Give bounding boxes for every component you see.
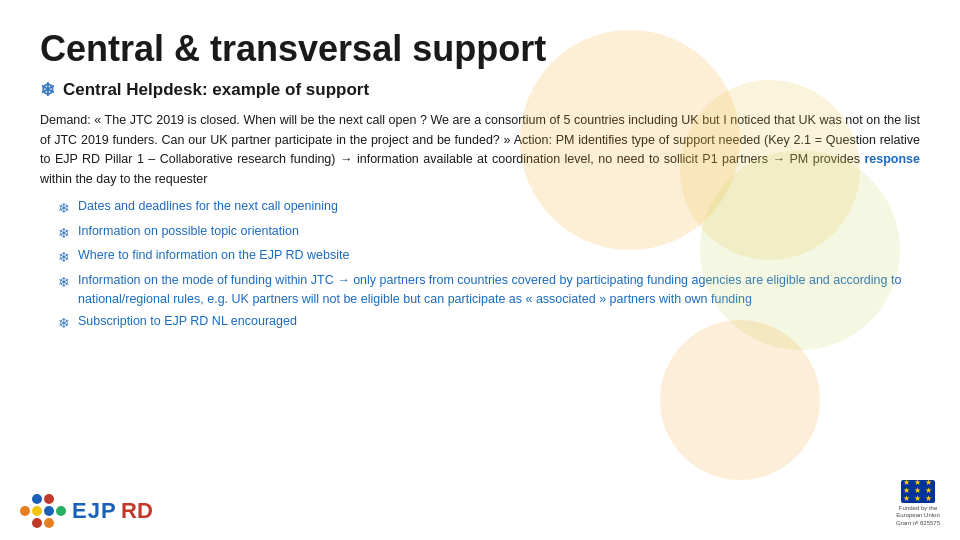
ejp-text: EJP xyxy=(72,498,117,523)
list-item-text: Dates and deadlines for the next call op… xyxy=(78,197,920,216)
rd-text: RD xyxy=(121,498,153,523)
dot xyxy=(20,506,30,516)
body-paragraph-text: Demand: « The JTC 2019 is closed. When w… xyxy=(40,113,920,166)
bullet-icon: ❄ xyxy=(58,247,70,269)
list-item-text: Where to find information on the EJP RD … xyxy=(78,246,920,265)
bullet-icon: ❄ xyxy=(58,223,70,245)
section-heading-text: Central Helpdesk: example of support xyxy=(63,80,369,100)
section-heading: ❄ Central Helpdesk: example of support xyxy=(40,79,920,101)
bullet-icon: ❄ xyxy=(58,272,70,294)
dot xyxy=(56,518,66,528)
page-container: Central & transversal support ❄ Central … xyxy=(0,0,960,540)
ejp-rd-logo: EJP RD xyxy=(20,494,153,528)
eu-badge: ★ ★ ★★ ★ ★★ ★ ★ Funded by the European U… xyxy=(896,480,940,528)
bullet-icon: ❄ xyxy=(58,198,70,220)
dot xyxy=(44,518,54,528)
dot xyxy=(56,506,66,516)
eu-label-line3: Grant nº 825575 xyxy=(896,520,940,526)
list-item: ❄ Information on the mode of funding wit… xyxy=(58,271,920,310)
bullet-icon: ❄ xyxy=(58,313,70,335)
list-item-text: Information on possible topic orientatio… xyxy=(78,222,920,241)
dot xyxy=(20,518,30,528)
bg-decoration-4 xyxy=(660,320,820,480)
list-item: ❄ Dates and deadlines for the next call … xyxy=(58,197,920,220)
ejp-rd-text: EJP RD xyxy=(72,498,153,524)
dot xyxy=(32,506,42,516)
body-paragraph-suffix: within the day to the requester xyxy=(40,172,207,186)
dot xyxy=(32,518,42,528)
response-highlight: response xyxy=(864,152,920,166)
list-item-text: Information on the mode of funding withi… xyxy=(78,271,920,310)
logo-dots xyxy=(20,494,66,528)
dot xyxy=(20,494,30,504)
dot xyxy=(44,506,54,516)
eu-flag: ★ ★ ★★ ★ ★★ ★ ★ xyxy=(901,480,935,503)
dot xyxy=(44,494,54,504)
eu-label-line2: European Union xyxy=(896,512,939,518)
snowflake-icon: ❄ xyxy=(40,79,55,101)
dot xyxy=(56,494,66,504)
list-item: ❄ Subscription to EJP RD NL encouraged xyxy=(58,312,920,335)
page-title: Central & transversal support xyxy=(40,28,920,69)
list-item: ❄ Where to find information on the EJP R… xyxy=(58,246,920,269)
eu-label: Funded by the European Union Grant nº 82… xyxy=(896,505,940,528)
dot xyxy=(32,494,42,504)
bullet-list: ❄ Dates and deadlines for the next call … xyxy=(40,197,920,335)
eu-stars: ★ ★ ★★ ★ ★★ ★ ★ xyxy=(903,479,933,503)
list-item-text: Subscription to EJP RD NL encouraged xyxy=(78,312,920,331)
list-item: ❄ Information on possible topic orientat… xyxy=(58,222,920,245)
footer: EJP RD ★ ★ ★★ ★ ★★ ★ ★ Funded by the Eur… xyxy=(0,480,960,528)
eu-label-line1: Funded by the xyxy=(899,505,937,511)
body-paragraph: Demand: « The JTC 2019 is closed. When w… xyxy=(40,111,920,189)
